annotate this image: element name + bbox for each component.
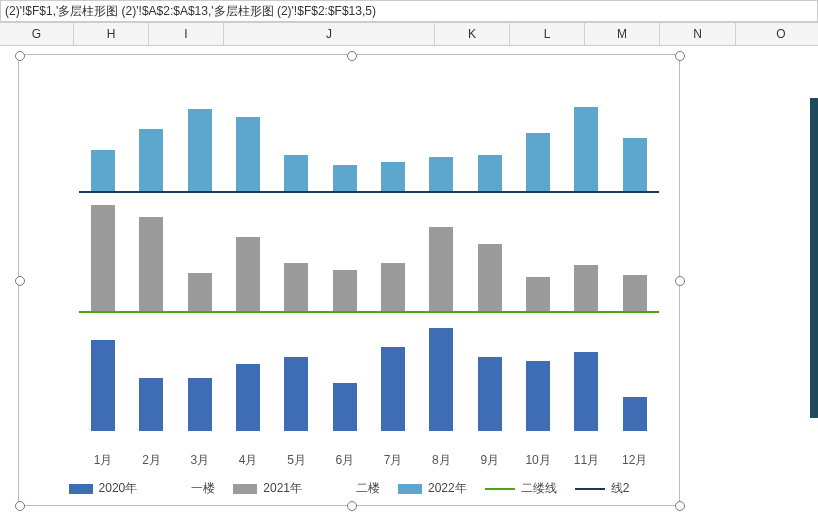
column-header[interactable]: L — [510, 23, 585, 45]
formula-bar[interactable]: (2)'!$F$1,'多层柱形图 (2)'!$A$2:$A$13,'多层柱形图 … — [0, 0, 818, 22]
bar[interactable] — [236, 237, 260, 311]
bar[interactable] — [623, 275, 647, 311]
selection-handle[interactable] — [347, 51, 357, 61]
bar[interactable] — [429, 328, 453, 431]
chart-row — [79, 313, 659, 433]
bar[interactable] — [574, 352, 598, 431]
bar[interactable] — [429, 227, 453, 311]
x-tick-label: 6月 — [321, 452, 369, 469]
legend-label: 2020年 — [99, 480, 138, 497]
selection-handle[interactable] — [675, 51, 685, 61]
bar-slot — [369, 311, 417, 431]
selection-handle[interactable] — [347, 501, 357, 511]
bar-slot — [369, 191, 417, 311]
bar[interactable] — [333, 270, 357, 311]
bar-slot — [272, 311, 320, 431]
bar[interactable] — [91, 205, 115, 311]
bar-slot — [417, 311, 465, 431]
bar[interactable] — [333, 383, 357, 431]
bar[interactable] — [139, 217, 163, 311]
side-panel-edge — [810, 98, 818, 418]
bar-slot — [127, 191, 175, 311]
bar-slot — [176, 71, 224, 191]
legend-item[interactable]: 线2 — [575, 480, 630, 497]
bar[interactable] — [574, 107, 598, 191]
column-header[interactable]: N — [660, 23, 736, 45]
bar-slot — [514, 71, 562, 191]
column-header[interactable]: H — [74, 23, 149, 45]
chart-legend: 2020年一楼2021年二楼2022年二缕线线2 — [19, 480, 679, 497]
formula-text: (2)'!$F$1,'多层柱形图 (2)'!$A$2:$A$13,'多层柱形图 … — [5, 4, 376, 18]
column-header[interactable]: K — [435, 23, 510, 45]
column-header[interactable]: J — [224, 23, 435, 45]
column-headers: GHIJKLMNO — [0, 22, 818, 46]
x-tick-label: 1月 — [79, 452, 127, 469]
bar-slot — [466, 191, 514, 311]
bar-slot — [79, 71, 127, 191]
bar[interactable] — [188, 378, 212, 431]
bar[interactable] — [333, 165, 357, 191]
bar-slot — [466, 311, 514, 431]
bar[interactable] — [526, 277, 550, 311]
bar[interactable] — [139, 378, 163, 431]
legend-swatch-line — [155, 488, 185, 490]
bar-slot — [224, 191, 272, 311]
x-tick-label: 11月 — [562, 452, 610, 469]
bar[interactable] — [623, 397, 647, 431]
bar[interactable] — [623, 138, 647, 191]
legend-swatch-box — [233, 484, 257, 494]
bar-slot — [224, 71, 272, 191]
column-header[interactable]: O — [736, 23, 818, 45]
bar-slot — [417, 191, 465, 311]
bar[interactable] — [91, 150, 115, 191]
bar-slot — [224, 311, 272, 431]
legend-item[interactable]: 二楼 — [320, 480, 380, 497]
bar[interactable] — [478, 155, 502, 191]
bar-slot — [562, 71, 610, 191]
bar-group — [79, 311, 659, 431]
selection-handle[interactable] — [675, 276, 685, 286]
bar[interactable] — [139, 129, 163, 191]
selection-handle[interactable] — [15, 51, 25, 61]
legend-item[interactable]: 2020年 — [69, 480, 138, 497]
selection-handle[interactable] — [15, 501, 25, 511]
legend-item[interactable]: 一楼 — [155, 480, 215, 497]
legend-label: 二缕线 — [521, 480, 557, 497]
bar[interactable] — [478, 357, 502, 431]
selection-handle[interactable] — [15, 276, 25, 286]
bar[interactable] — [526, 361, 550, 431]
bar[interactable] — [478, 244, 502, 311]
bar[interactable] — [236, 117, 260, 191]
bar[interactable] — [236, 364, 260, 431]
bar[interactable] — [91, 340, 115, 431]
plot-area — [79, 73, 659, 445]
legend-item[interactable]: 二缕线 — [485, 480, 557, 497]
selection-handle[interactable] — [675, 501, 685, 511]
chart-object[interactable]: 1月2月3月4月5月6月7月8月9月10月11月12月 2020年一楼2021年… — [18, 54, 680, 506]
bar-slot — [369, 71, 417, 191]
column-header[interactable]: G — [0, 23, 74, 45]
bar[interactable] — [284, 357, 308, 431]
grid-area[interactable]: 1月2月3月4月5月6月7月8月9月10月11月12月 2020年一楼2021年… — [0, 46, 818, 526]
bar[interactable] — [381, 347, 405, 431]
bar[interactable] — [188, 273, 212, 311]
column-header[interactable]: M — [585, 23, 660, 45]
bar-slot — [272, 191, 320, 311]
bar-slot — [611, 311, 659, 431]
legend-item[interactable]: 2021年 — [233, 480, 302, 497]
bar[interactable] — [381, 263, 405, 311]
x-axis-labels: 1月2月3月4月5月6月7月8月9月10月11月12月 — [79, 452, 659, 469]
x-tick-label: 7月 — [369, 452, 417, 469]
bar-group — [79, 71, 659, 191]
bar[interactable] — [284, 155, 308, 191]
bar-slot — [562, 191, 610, 311]
bar[interactable] — [526, 133, 550, 191]
bar-slot — [176, 191, 224, 311]
bar[interactable] — [429, 157, 453, 191]
bar[interactable] — [188, 109, 212, 191]
bar[interactable] — [284, 263, 308, 311]
legend-item[interactable]: 2022年 — [398, 480, 467, 497]
bar[interactable] — [381, 162, 405, 191]
column-header[interactable]: I — [149, 23, 224, 45]
bar[interactable] — [574, 265, 598, 311]
